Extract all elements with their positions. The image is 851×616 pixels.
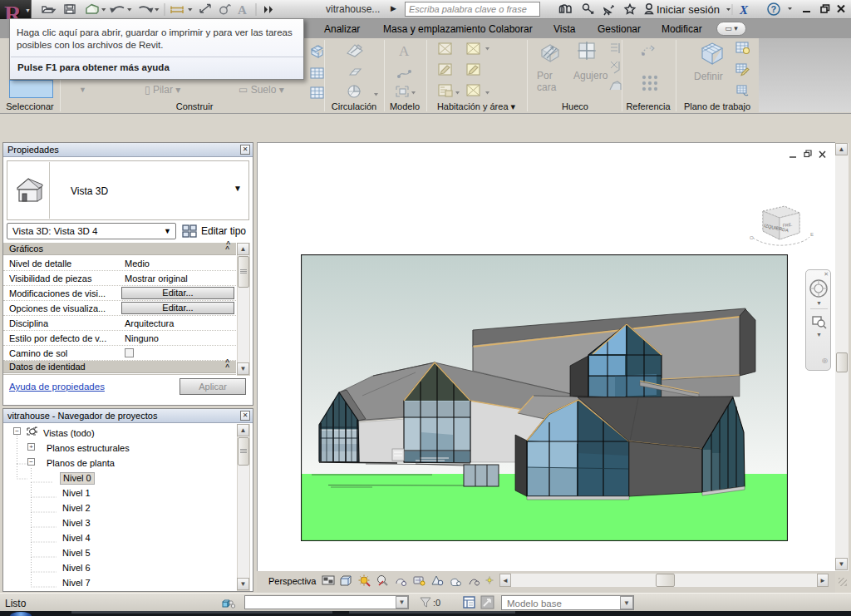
svg-text:FRE.: FRE. [782, 222, 792, 228]
svg-text:?: ? [771, 4, 777, 14]
svg-text:E: E [810, 232, 814, 237]
svg-text:A: A [399, 43, 410, 59]
svg-text:A: A [238, 3, 247, 17]
svg-text:Iniciar sesión: Iniciar sesión [657, 3, 720, 16]
svg-text:X: X [739, 3, 749, 17]
svg-text:O: O [750, 235, 754, 240]
